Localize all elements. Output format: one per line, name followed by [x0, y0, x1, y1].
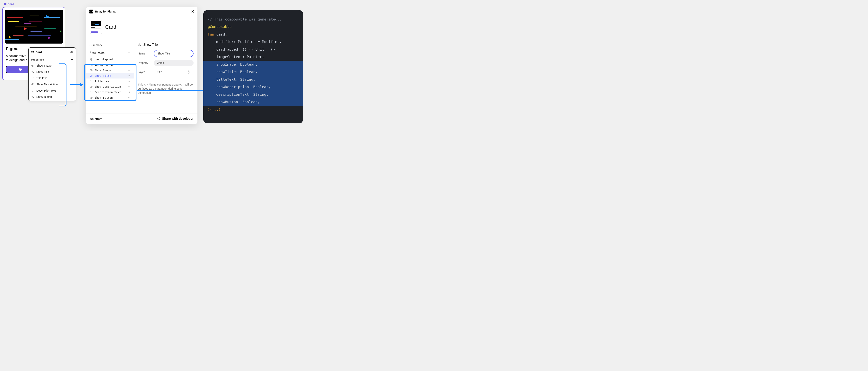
properties-header-title: Card: [36, 50, 42, 54]
detail-layer-field: Layer Title: [138, 69, 193, 75]
param-item[interactable]: T Title text: [86, 78, 134, 84]
add-property-button[interactable]: +: [71, 58, 73, 61]
text-icon: T: [31, 89, 34, 92]
svg-point-0: [32, 65, 33, 66]
relay-panel: </> Relay for Figma ✕ Card ⋮ Summary: [86, 7, 197, 124]
code-line: showButton: Boolean,: [208, 98, 299, 106]
param-label: Title text: [95, 80, 111, 83]
share-with-developer-button[interactable]: Share with developer: [157, 117, 193, 121]
svg-point-7: [91, 75, 92, 76]
property-item[interactable]: Show Description: [29, 81, 76, 88]
figma-component-label[interactable]: Card: [4, 2, 14, 6]
property-item[interactable]: Show Title: [29, 69, 76, 75]
param-item-selected[interactable]: Show Title: [86, 73, 134, 78]
relay-footer: No errors Share with developer: [86, 113, 197, 124]
eye-icon: [31, 64, 34, 67]
properties-section-label: Properties: [31, 58, 44, 61]
code-line: titleText: String,: [208, 76, 299, 83]
heart-icon: [18, 68, 22, 71]
eye-icon: [90, 74, 93, 77]
summary-section[interactable]: Summary: [86, 43, 134, 49]
property-item[interactable]: T Description Text: [29, 88, 76, 94]
mapping-arrow-icon: [127, 85, 130, 88]
name-input[interactable]: Show Title: [154, 50, 193, 57]
share-icon: [157, 117, 160, 121]
param-label: Show Description: [95, 85, 121, 88]
text-icon: T: [90, 80, 93, 83]
property-label: Show Button: [36, 95, 52, 98]
relay-titlebar: </> Relay for Figma ✕: [86, 7, 197, 16]
param-label: card-tapped: [95, 58, 113, 61]
component-diamond-icon: [31, 51, 34, 53]
code-line: @Composable: [208, 23, 299, 30]
annotation-arrow: [137, 90, 211, 91]
annotation-bracket: [59, 63, 66, 106]
generated-code-panel: // This composable was generated.. @Comp…: [203, 10, 303, 124]
properties-panel-header: Card: [29, 48, 76, 56]
add-parameter-button[interactable]: +: [128, 50, 130, 55]
param-label: image-content: [95, 63, 116, 66]
param-item[interactable]: image-content: [86, 62, 134, 68]
param-item[interactable]: Show Description: [86, 84, 134, 90]
mapping-arrow-icon: [127, 74, 130, 77]
annotation-arrow: [70, 85, 83, 85]
relay-detail-pane: Show Title Name Show Title Property visi…: [134, 40, 197, 113]
property-label: Show Title: [36, 70, 49, 73]
relay-brand-icon: </>: [89, 9, 93, 13]
eye-icon: [31, 83, 34, 86]
svg-point-10: [139, 44, 140, 45]
property-label: Show Image: [36, 64, 52, 67]
svg-point-8: [91, 86, 92, 87]
code-line: showDescription: Boolean,: [208, 83, 299, 91]
relay-sidebar: Summary Parameters + card-tapped image-c…: [86, 40, 134, 113]
property-label: Property: [138, 61, 152, 64]
target-icon[interactable]: [187, 70, 190, 74]
parameters-section-header: Parameters +: [86, 49, 134, 57]
code-line: // This composable was generated..: [208, 15, 299, 23]
param-label: Show Button: [95, 96, 113, 99]
relay-title: Relay for Figma: [95, 10, 116, 13]
figma-properties-panel: Card Properties + Show Image Show Title …: [28, 47, 76, 101]
component-thumbnail: [90, 20, 102, 34]
card-hero-image: [5, 10, 63, 43]
layer-label: Layer: [138, 70, 152, 74]
property-item[interactable]: Show Button: [29, 94, 76, 100]
svg-point-2: [32, 84, 33, 85]
eye-icon: [138, 43, 141, 46]
detail-name-field: Name Show Title: [138, 50, 193, 57]
code-line: cardTapped: () -> Unit = {},: [208, 46, 299, 53]
svg-point-1: [32, 71, 33, 72]
eye-icon: [90, 85, 93, 88]
property-item[interactable]: T Title text: [29, 75, 76, 81]
code-line: showImage: Boolean,: [208, 61, 299, 68]
svg-point-6: [91, 70, 92, 71]
adjust-icon[interactable]: [70, 50, 73, 54]
code-line: fun Card(: [208, 31, 299, 38]
more-menu-button[interactable]: ⋮: [188, 24, 193, 30]
properties-section-header: Properties +: [29, 56, 76, 63]
close-button[interactable]: ✕: [191, 9, 194, 14]
param-item[interactable]: Show Button: [86, 95, 134, 100]
text-icon: T: [31, 76, 34, 80]
mapping-arrow-icon: [127, 80, 130, 82]
detail-title: Show Title: [138, 43, 193, 46]
param-item[interactable]: T Description Text: [86, 90, 134, 95]
param-item[interactable]: Show Image: [86, 68, 134, 73]
detail-property-field: Property visible: [138, 60, 193, 66]
relay-header: Card ⋮: [86, 16, 197, 40]
name-label: Name: [138, 52, 152, 55]
mapping-arrow-icon: [127, 91, 130, 94]
text-icon: T: [90, 91, 93, 94]
eye-icon: [90, 69, 93, 72]
divider: [134, 79, 197, 79]
property-chip[interactable]: visible: [154, 60, 193, 66]
component-label-text: Card: [7, 2, 14, 6]
code-highlight-block: showImage: Boolean, showTitle: Boolean, …: [203, 61, 303, 106]
param-item[interactable]: card-tapped: [86, 57, 134, 62]
property-item[interactable]: Show Image: [29, 63, 76, 69]
no-errors-label: No errors: [90, 117, 102, 121]
param-label: Show Title: [95, 74, 111, 77]
layer-value[interactable]: Title: [154, 69, 193, 75]
parameters-label: Parameters: [90, 51, 105, 54]
svg-point-3: [32, 97, 33, 97]
